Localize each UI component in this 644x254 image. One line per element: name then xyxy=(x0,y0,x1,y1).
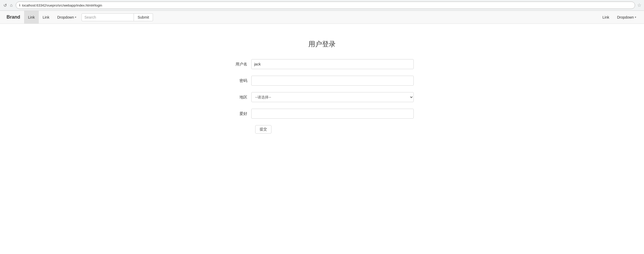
navbar-dropdown-1[interactable]: Dropdown ▾ xyxy=(53,11,80,24)
region-select[interactable]: --请选择-- xyxy=(251,92,414,102)
browser-chrome: ↺ ⌂ ℹ localhost:63342/vuepro/src/webapp/… xyxy=(0,0,644,11)
region-label: 地区 xyxy=(230,95,251,100)
navbar-right-link[interactable]: Link xyxy=(598,11,613,24)
hobby-label: 爱好 xyxy=(230,111,251,116)
username-group: 用户名 xyxy=(230,59,414,69)
page-title: 用户登录 xyxy=(230,40,414,49)
password-input[interactable] xyxy=(251,76,414,86)
password-group: 密码 xyxy=(230,76,414,86)
password-label: 密码 xyxy=(230,78,251,83)
login-container: 用户登录 用户名 密码 地区 --请选择-- 爱好 xyxy=(230,40,414,134)
navbar-right-dropdown-label: Dropdown xyxy=(617,15,634,19)
search-form: Submit xyxy=(81,13,153,21)
chevron-down-icon-right: ▾ xyxy=(635,16,636,19)
navbar-brand[interactable]: Brand xyxy=(4,14,23,20)
username-label: 用户名 xyxy=(230,62,251,67)
info-icon: ℹ xyxy=(19,3,20,7)
chevron-down-icon: ▾ xyxy=(75,16,76,19)
navbar-right-dropdown[interactable]: Dropdown ▾ xyxy=(613,11,640,24)
navbar-dropdown-1-label: Dropdown xyxy=(57,15,74,19)
login-form: 用户名 密码 地区 --请选择-- 爱好 提交 xyxy=(230,59,414,134)
navbar: Brand Link Link Dropdown ▾ Submit Link D… xyxy=(0,11,644,24)
bookmark-star-button[interactable]: ☆ xyxy=(637,2,641,8)
form-submit-button[interactable]: 提交 xyxy=(255,125,271,134)
reload-button[interactable]: ↺ xyxy=(3,3,7,8)
browser-controls: ↺ ⌂ xyxy=(3,3,14,8)
hobby-group: 爱好 xyxy=(230,109,414,119)
address-bar[interactable]: ℹ localhost:63342/vuepro/src/webapp/inde… xyxy=(16,2,635,9)
username-input[interactable] xyxy=(251,59,414,69)
search-submit-button[interactable]: Submit xyxy=(134,13,153,21)
search-input[interactable] xyxy=(81,13,134,21)
main-content: 用户登录 用户名 密码 地区 --请选择-- 爱好 xyxy=(0,24,644,149)
url-text: localhost:63342/vuepro/src/webapp/index.… xyxy=(22,3,102,7)
form-actions: 提交 xyxy=(255,125,414,134)
navbar-right: Link Dropdown ▾ xyxy=(598,11,640,24)
navbar-link-2[interactable]: Link xyxy=(39,11,53,24)
hobby-input[interactable] xyxy=(251,109,414,119)
region-group: 地区 --请选择-- xyxy=(230,92,414,102)
navbar-link-1[interactable]: Link xyxy=(24,11,39,24)
home-button[interactable]: ⌂ xyxy=(9,3,14,8)
